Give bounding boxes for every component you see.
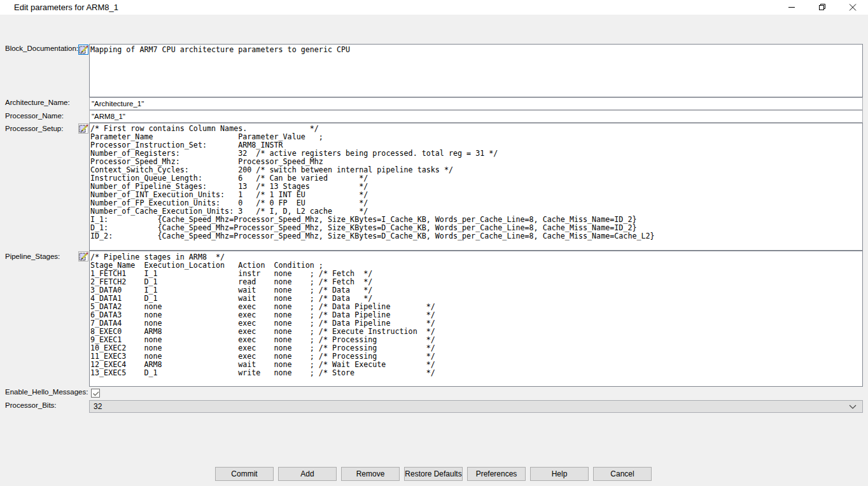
processor-bits-combobox[interactable]: 32 xyxy=(89,400,863,413)
processor-setup-edit-button[interactable] xyxy=(78,123,88,134)
edit-parameters-dialog: Edit parameters for ARM8_1 Block_Documen… xyxy=(0,0,868,486)
window-title: Edit parameters for ARM8_1 xyxy=(14,3,118,11)
remove-button[interactable]: Remove xyxy=(341,467,400,481)
restore-defaults-button[interactable]: Restore Defaults xyxy=(404,467,463,481)
edit-note-icon xyxy=(79,252,88,261)
architecture-name-label: Architecture_Name: xyxy=(5,98,70,107)
pipeline-stages-label: Pipeline_Stages: xyxy=(5,252,60,261)
titlebar: Edit parameters for ARM8_1 xyxy=(0,0,868,15)
edit-note-icon xyxy=(79,45,88,55)
close-button[interactable] xyxy=(839,0,868,15)
block-documentation-textarea[interactable]: Mapping of ARM7 CPU architecture paramet… xyxy=(89,44,863,97)
processor-setup-textarea[interactable]: /* First row contains Column Names. */ P… xyxy=(89,123,863,251)
add-button[interactable]: Add xyxy=(278,467,337,481)
pipeline-stages-textarea[interactable]: /* Pipeline stages in ARM8 */ Stage_Name… xyxy=(89,251,863,387)
checkmark-icon xyxy=(92,390,101,398)
preferences-button[interactable]: Preferences xyxy=(467,467,526,481)
enable-hello-messages-checkbox[interactable] xyxy=(91,389,100,398)
block-documentation-label: Block_Documentation: xyxy=(5,44,78,53)
block-documentation-text: Mapping of ARM7 CPU architecture paramet… xyxy=(90,45,862,54)
help-button[interactable]: Help xyxy=(530,467,589,481)
processor-setup-text: /* First row contains Column Names. */ P… xyxy=(90,123,862,240)
pipeline-stages-text: /* Pipeline stages in ARM8 */ Stage_Name… xyxy=(90,251,862,377)
processor-name-label: Processor_Name: xyxy=(5,111,64,120)
restore-button[interactable] xyxy=(809,0,839,15)
edit-note-icon xyxy=(79,124,88,134)
architecture-name-input[interactable]: "Architecture_1" xyxy=(89,97,863,110)
processor-setup-label: Processor_Setup: xyxy=(5,124,63,133)
close-icon xyxy=(839,0,868,15)
processor-name-input[interactable]: "ARM8_1" xyxy=(89,110,863,123)
cancel-button[interactable]: Cancel xyxy=(593,467,652,481)
processor-bits-value: 32 xyxy=(94,402,102,411)
processor-bits-label: Processor_Bits: xyxy=(5,401,57,410)
pipeline-stages-edit-button[interactable] xyxy=(78,251,88,261)
enable-hello-messages-label: Enable_Hello_Messages: xyxy=(5,387,88,396)
minimize-button[interactable] xyxy=(780,0,809,15)
chevron-down-icon xyxy=(849,405,857,409)
minimize-icon xyxy=(780,0,809,15)
commit-button[interactable]: Commit xyxy=(215,467,274,481)
block-documentation-edit-button[interactable] xyxy=(78,45,88,55)
restore-icon xyxy=(809,0,839,15)
